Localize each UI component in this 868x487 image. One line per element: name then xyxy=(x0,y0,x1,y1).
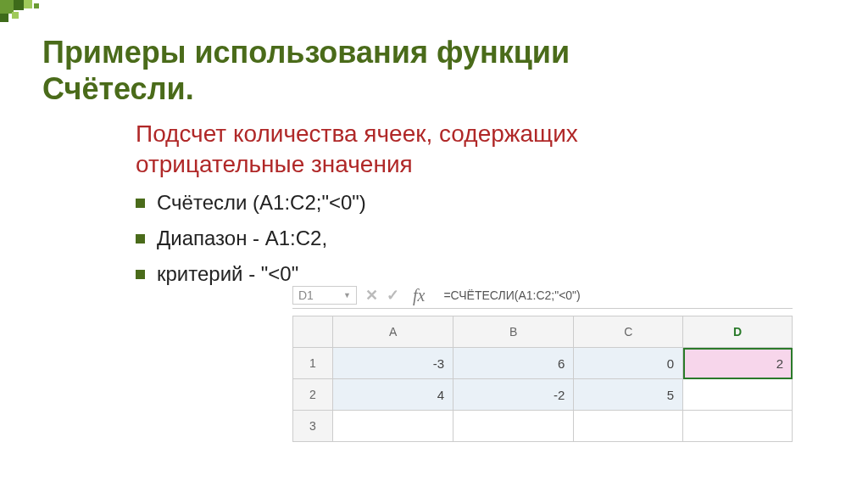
bullet-text: Счётесли (A1:С2;"<0") xyxy=(157,191,366,215)
col-header-B[interactable]: B xyxy=(453,316,574,348)
cell-A1[interactable]: -3 xyxy=(333,348,453,379)
cell-D2[interactable] xyxy=(683,379,793,411)
table-row: 3 xyxy=(293,411,793,442)
cell-A3[interactable] xyxy=(333,411,453,442)
col-header-D[interactable]: D xyxy=(683,316,793,348)
cell-D3[interactable] xyxy=(683,411,793,442)
row-header-3[interactable]: 3 xyxy=(293,411,333,442)
bullet-text: Диапазон - А1:С2, xyxy=(157,227,327,250)
enter-icon[interactable]: ✓ xyxy=(387,286,399,305)
bullet-item: Счётесли (A1:С2;"<0") xyxy=(136,191,366,215)
header-row: A B C D xyxy=(293,316,793,348)
table-row: 1 -3 6 0 2 xyxy=(293,348,793,379)
bullet-text: критерий - "<0" xyxy=(157,262,298,286)
slide-subtitle: Подсчет количества ячеек, содержащих отр… xyxy=(136,119,578,181)
subtitle-line-1: Подсчет количества ячеек, содержащих xyxy=(136,119,578,149)
row-header-1[interactable]: 1 xyxy=(293,348,333,379)
cell-A2[interactable]: 4 xyxy=(333,379,453,411)
fx-icon[interactable]: fx xyxy=(413,286,425,305)
cell-D1[interactable]: 2 xyxy=(683,348,793,379)
excel-snippet: D1 ▼ ✕ ✓ fx =СЧЁТЕСЛИ(A1:C2;"<0") A B C … xyxy=(292,283,793,442)
col-header-A[interactable]: A xyxy=(333,316,453,348)
spreadsheet-grid: A B C D 1 -3 6 0 2 2 4 -2 5 3 xyxy=(292,316,793,442)
row-header-2[interactable]: 2 xyxy=(293,379,333,411)
name-box[interactable]: D1 ▼ xyxy=(292,286,357,305)
cell-B1[interactable]: 6 xyxy=(453,348,574,379)
formula-bar: D1 ▼ ✕ ✓ fx =СЧЁТЕСЛИ(A1:C2;"<0") xyxy=(292,283,793,309)
bullet-item: Диапазон - А1:С2, xyxy=(136,227,366,250)
cell-C1[interactable]: 0 xyxy=(574,348,683,379)
table-row: 2 4 -2 5 xyxy=(293,379,793,411)
formula-bar-buttons: ✕ ✓ fx xyxy=(357,286,438,305)
bullet-icon xyxy=(136,234,145,244)
col-header-C[interactable]: C xyxy=(574,316,683,348)
slide-title: Примеры использования функции Счётесли. xyxy=(42,34,570,107)
title-line-1: Примеры использования функции xyxy=(42,34,570,70)
cell-C3[interactable] xyxy=(574,411,683,442)
cell-B3[interactable] xyxy=(453,411,574,442)
title-line-2: Счётесли. xyxy=(42,70,570,107)
cancel-icon[interactable]: ✕ xyxy=(365,286,378,305)
bullet-icon xyxy=(136,270,145,279)
formula-input[interactable]: =СЧЁТЕСЛИ(A1:C2;"<0") xyxy=(438,287,793,304)
bullet-icon xyxy=(136,199,145,208)
cell-B2[interactable]: -2 xyxy=(453,379,574,411)
corner-decoration xyxy=(0,0,51,25)
dropdown-icon: ▼ xyxy=(343,291,351,299)
subtitle-line-2: отрицательные значения xyxy=(136,149,578,180)
name-box-value: D1 xyxy=(298,288,314,302)
select-all-corner[interactable] xyxy=(293,316,333,348)
cell-C2[interactable]: 5 xyxy=(574,379,683,411)
